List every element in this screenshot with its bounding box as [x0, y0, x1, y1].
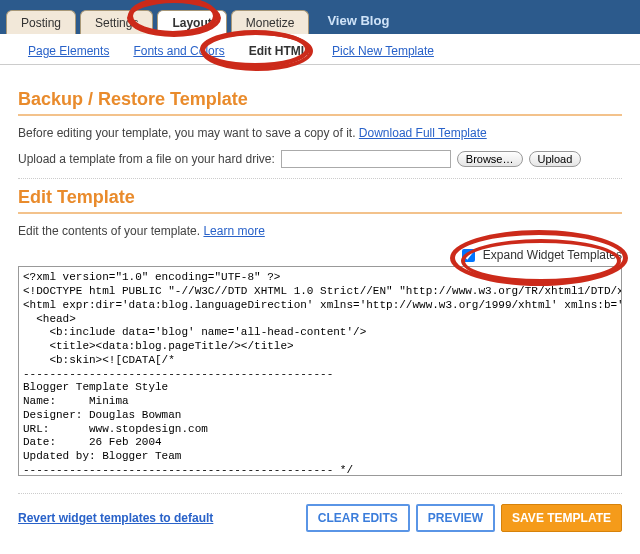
upload-button[interactable]: Upload	[529, 151, 582, 167]
sub-tab-bar: Page Elements Fonts and Colors Edit HTML…	[0, 34, 640, 65]
preview-button[interactable]: PREVIEW	[416, 504, 495, 532]
clear-edits-button[interactable]: CLEAR EDITS	[306, 504, 410, 532]
expand-widget-text: Expand Widget Templates	[483, 248, 622, 262]
tab-layout[interactable]: Layout	[157, 10, 226, 34]
download-template-link[interactable]: Download Full Template	[359, 126, 487, 140]
revert-templates-link[interactable]: Revert widget templates to default	[18, 511, 213, 525]
expand-widget-checkbox[interactable]	[462, 249, 475, 262]
tab-settings[interactable]: Settings	[80, 10, 153, 34]
subtab-edit-html[interactable]: Edit HTML	[249, 44, 308, 58]
tab-posting[interactable]: Posting	[6, 10, 76, 34]
browse-button[interactable]: Browse…	[457, 151, 523, 167]
backup-heading: Backup / Restore Template	[18, 89, 622, 116]
backup-intro: Before editing your template, you may wa…	[18, 126, 622, 140]
subtab-pick-template[interactable]: Pick New Template	[332, 44, 434, 58]
expand-widget-label[interactable]: Expand Widget Templates	[462, 248, 622, 262]
tab-monetize[interactable]: Monetize	[231, 10, 310, 34]
save-template-button[interactable]: SAVE TEMPLATE	[501, 504, 622, 532]
backup-intro-text: Before editing your template, you may wa…	[18, 126, 359, 140]
view-blog-link[interactable]: View Blog	[313, 7, 403, 34]
upload-label: Upload a template from a file on your ha…	[18, 152, 275, 166]
edit-intro: Edit the contents of your template. Lear…	[18, 224, 622, 238]
template-code-textarea[interactable]	[18, 266, 622, 476]
subtab-fonts-colors[interactable]: Fonts and Colors	[133, 44, 224, 58]
upload-file-input[interactable]	[281, 150, 451, 168]
subtab-page-elements[interactable]: Page Elements	[28, 44, 109, 58]
edit-intro-text: Edit the contents of your template.	[18, 224, 203, 238]
learn-more-link[interactable]: Learn more	[203, 224, 264, 238]
edit-heading: Edit Template	[18, 187, 622, 214]
top-tab-bar: Posting Settings Layout Monetize View Bl…	[0, 0, 640, 34]
